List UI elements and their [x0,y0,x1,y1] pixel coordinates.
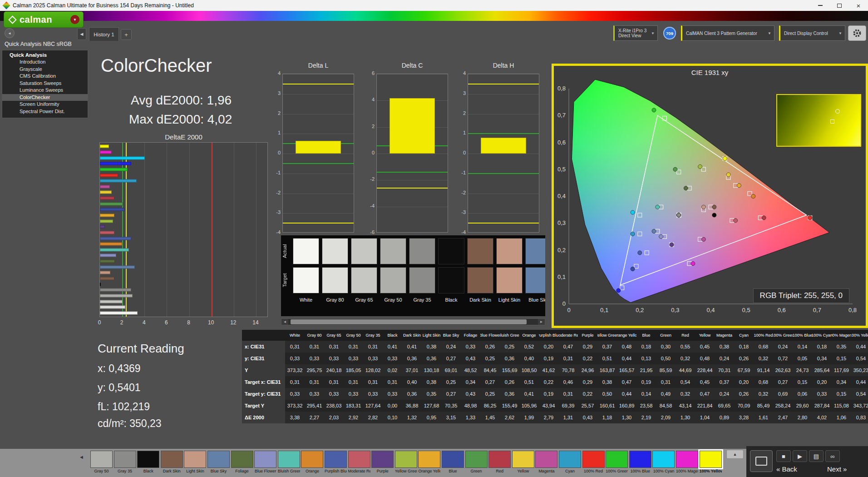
swatch-label: Yellow Green [395,469,417,473]
axis-tick-label: 0,3 [671,307,679,313]
scrollbar-thumb[interactable] [291,319,527,324]
sidebar-item-cms-calibration[interactable]: CMS Calibration [2,73,88,80]
gridline [283,194,354,194]
table-cell: 0,00 [383,400,402,412]
display-control-dropdown[interactable]: Direct Display Control ▼ [779,25,845,41]
chart-title: Delta C [376,62,448,69]
pattern-swatch[interactable]: Foliage [231,451,253,476]
table-cell: 0,33 [344,388,363,400]
swatch-label: Green [465,469,488,473]
pattern-swatch[interactable]: Light Skin [184,451,206,476]
pattern-swatch[interactable]: Orange [301,451,323,476]
maximize-button[interactable] [830,0,849,11]
column-header: Gray 50 [344,330,363,341]
scroll-left-icon[interactable]: ◄ [281,319,288,325]
sidebar-item-grayscale[interactable]: Grayscale [2,66,88,73]
display-preview-button[interactable] [750,450,773,472]
target-badge[interactable]: 709 [663,27,676,40]
tab-history-1[interactable]: History 1 [89,27,119,41]
pattern-swatch[interactable]: 100% Blue [629,451,651,476]
pattern-swatch[interactable]: 100% Magenta [676,451,698,476]
pattern-generator-dropdown[interactable]: CalMAN Client 3 Pattern Generator ▼ [681,25,774,41]
swatch-label: Dark Skin [161,469,183,473]
pattern-swatch[interactable]: Green [465,451,488,476]
pattern-swatch[interactable]: Bluish Green [278,451,300,476]
back-button[interactable]: « Back [776,465,797,473]
table-cell: 0,44 [851,376,868,388]
continuous-measure-button[interactable]: ∞ [825,450,840,462]
table-cell: 41,62 [539,364,558,376]
table-cell: 3,15 [441,412,461,423]
pattern-swatch[interactable]: 100% Yellow [700,451,722,476]
pattern-swatch[interactable]: Yellow [512,451,534,476]
pattern-swatch[interactable]: Magenta [535,451,557,476]
pattern-swatch[interactable]: Yellow Green [395,451,417,476]
pattern-swatch[interactable]: Gray 35 [114,451,136,476]
sidebar-item-saturation-sweeps[interactable]: Saturation Sweeps [2,80,88,87]
swatch-scrollbar[interactable]: ◄ ► [281,318,545,325]
table-cell: 0,43 [461,388,480,400]
pattern-swatch[interactable]: 100% Cyan [652,451,675,476]
pattern-swatch[interactable]: Moderate Red [348,451,370,476]
swatch-column-label: Gray 65 [349,297,379,303]
meter-dropdown[interactable]: X-Rite i1Pro 3 Direct View ▼ [613,25,658,41]
play-button[interactable]: ▶ [793,450,807,462]
pattern-swatch[interactable]: Purplish Blue [325,451,347,476]
delta-bar [296,141,341,154]
panel-back-button[interactable]: ◄ [5,28,15,38]
tree-root[interactable]: Quick Analysis [2,51,88,59]
pattern-swatch[interactable]: Blue Sky [207,451,230,476]
table-cell: 0,34 [461,376,480,388]
save-button[interactable]: ▤ [809,450,824,462]
pattern-swatch[interactable]: 100% Green [606,451,628,476]
pattern-swatch[interactable]: Orange Yellow [418,451,440,476]
close-button[interactable]: × [849,0,868,11]
strip-expand-button[interactable]: ▲ [726,450,744,459]
settings-button[interactable] [848,25,866,41]
table-cell: 67,59 [734,364,754,376]
table-cell: 238,03 [324,400,344,412]
swatch-label: Orange [301,469,323,473]
pattern-swatch[interactable]: 100% Red [582,451,605,476]
calman-logo[interactable]: calman ▼ [4,11,84,28]
add-tab-button[interactable]: + [121,29,132,40]
sidebar-item-introduction[interactable]: Introduction [2,59,88,66]
pattern-swatch[interactable]: Black [137,451,159,476]
window-title: Calman 2025 Calman Ultimate for Business… [13,2,811,9]
tolerance-line-green [468,173,539,174]
plot-area [376,74,448,233]
tolerance-line-yellow [468,223,539,224]
stop-button[interactable]: ■ [776,450,791,462]
sidebar-item-screen-uniformity[interactable]: Screen Uniformity [2,101,88,108]
strip-scroll-left-icon[interactable]: ◄ [79,454,84,460]
swatch-color [184,451,206,468]
pattern-swatch[interactable]: Gray 50 [90,451,113,476]
column-header: Purple [578,330,597,341]
row-label: y: CIE31 [242,353,285,364]
table-cell: 228,44 [695,364,715,376]
pattern-swatch[interactable]: Dark Skin [161,451,183,476]
table-cell: 0,20 [812,376,832,388]
sidebar-item-spectral-power-dist-[interactable]: Spectral Power Dist. [2,108,88,115]
pattern-swatch[interactable]: Purple [371,451,394,476]
minimize-button[interactable] [811,0,830,11]
swatch-color [535,451,557,468]
sidebar-collapse-button[interactable]: ◀ [77,28,86,40]
pattern-swatch[interactable]: Blue [442,451,464,476]
table-cell: 0,32 [676,388,695,400]
column-header: Yellow [695,330,715,341]
swatch-color [652,451,675,468]
pattern-swatch[interactable]: Blue Flower [254,451,276,476]
chevron-down-icon: ▼ [768,31,771,35]
logo-menu-button[interactable]: ▼ [70,15,79,24]
column-header: 100% Green [773,330,793,341]
pattern-swatch[interactable]: Cyan [559,451,581,476]
sidebar-item-luminance-sweeps[interactable]: Luminance Sweeps [2,87,88,94]
next-button[interactable]: Next » [827,465,847,473]
scroll-right-icon[interactable]: ► [538,319,545,325]
meter-name: X-Rite i1Pro 3 [618,28,646,33]
table-cell: 0,31 [344,376,363,388]
tolerance-line-green [468,133,539,134]
pattern-swatch[interactable]: Red [488,451,511,476]
sidebar-item-colorchecker[interactable]: ColorChecker [2,94,88,101]
